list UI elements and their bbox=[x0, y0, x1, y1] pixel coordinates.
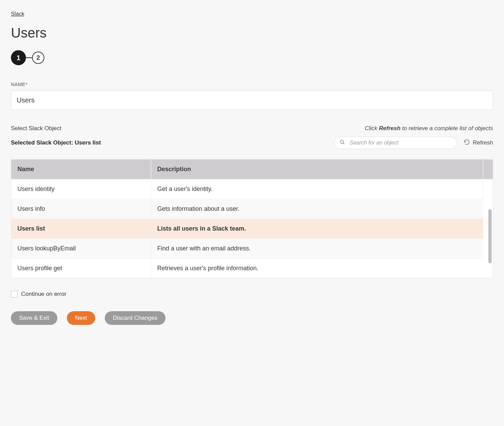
object-table-wrap: Name Description Users identityGet a use… bbox=[11, 159, 493, 278]
cell-description: Find a user with an email address. bbox=[151, 239, 483, 259]
required-star: * bbox=[25, 82, 27, 87]
table-row[interactable]: Users infoGets information about a user. bbox=[11, 199, 493, 219]
name-field-label: NAME* bbox=[11, 82, 493, 87]
name-input[interactable] bbox=[11, 91, 493, 110]
discard-changes-button[interactable]: Discard Changes bbox=[105, 311, 165, 325]
cell-name: Users identity bbox=[11, 179, 151, 199]
scrollbar-thumb[interactable] bbox=[488, 209, 492, 263]
stepper: 1 2 bbox=[11, 50, 493, 65]
hint-prefix: Click bbox=[365, 125, 379, 132]
cell-name: Users lookupByEmail bbox=[11, 239, 151, 259]
continue-on-error-checkbox[interactable] bbox=[11, 291, 18, 298]
cell-description: Lists all users in a Slack team. bbox=[151, 219, 483, 239]
col-header-name[interactable]: Name bbox=[11, 160, 151, 179]
breadcrumb-slack[interactable]: Slack bbox=[11, 11, 24, 17]
col-header-description[interactable]: Description bbox=[151, 160, 483, 179]
cell-description: Get a user's identity. bbox=[151, 179, 483, 199]
selected-value: Users list bbox=[75, 139, 101, 146]
table-row[interactable]: Users identityGet a user's identity. bbox=[11, 179, 493, 199]
select-object-label: Select Slack Object bbox=[11, 125, 61, 132]
page-title: Users bbox=[11, 25, 493, 41]
cell-description: Gets information about a user. bbox=[151, 199, 483, 219]
refresh-icon bbox=[464, 139, 470, 147]
refresh-hint: Click Refresh to retrieve a complete lis… bbox=[365, 125, 493, 132]
continue-on-error-label[interactable]: Continue on error bbox=[21, 291, 66, 298]
cell-name: Users profile get bbox=[11, 259, 151, 278]
search-input[interactable] bbox=[334, 137, 457, 149]
cell-description: Retrieves a user's profile information. bbox=[151, 259, 483, 278]
step-1[interactable]: 1 bbox=[11, 50, 26, 65]
hint-suffix: to retrieve a complete list of objects bbox=[401, 125, 493, 132]
save-exit-button[interactable]: Save & Exit bbox=[11, 311, 57, 325]
object-table: Name Description Users identityGet a use… bbox=[11, 160, 493, 278]
selected-prefix: Selected Slack Object: bbox=[11, 139, 75, 146]
step-2[interactable]: 2 bbox=[32, 52, 44, 64]
table-row[interactable]: Users profile getRetrieves a user's prof… bbox=[11, 259, 493, 278]
refresh-button[interactable]: Refresh bbox=[464, 139, 493, 147]
scrollbar-gutter[interactable] bbox=[483, 179, 493, 278]
step-connector bbox=[26, 57, 32, 58]
name-label-text: NAME bbox=[11, 82, 25, 87]
scroll-gutter-head bbox=[483, 160, 493, 179]
cell-name: Users info bbox=[11, 199, 151, 219]
cell-name: Users list bbox=[11, 219, 151, 239]
selected-object-text: Selected Slack Object: Users list bbox=[11, 139, 101, 146]
table-row[interactable]: Users listLists all users in a Slack tea… bbox=[11, 219, 493, 239]
search-wrap bbox=[334, 137, 457, 149]
next-button[interactable]: Next bbox=[67, 311, 95, 325]
refresh-label: Refresh bbox=[473, 139, 493, 146]
hint-bold: Refresh bbox=[379, 125, 401, 132]
table-row[interactable]: Users lookupByEmailFind a user with an e… bbox=[11, 239, 493, 259]
